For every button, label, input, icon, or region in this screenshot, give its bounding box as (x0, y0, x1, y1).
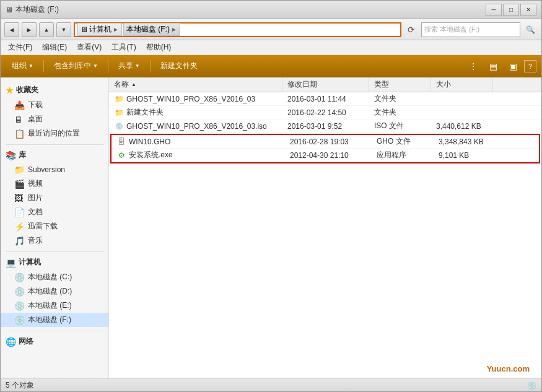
sidebar-item-downloads[interactable]: 📥 下载 (1, 98, 108, 112)
status-count: 5 个对象 (6, 380, 34, 391)
gho-icon: 🗄 (116, 137, 126, 147)
search-icon-button[interactable]: 🔍 (523, 22, 538, 37)
file-cell-date-4: 2012-04-30 21:10 (285, 149, 372, 162)
new-folder-button[interactable]: 新建文件夹 (154, 58, 204, 75)
change-view-button[interactable]: ▤ (484, 58, 502, 75)
minimize-button[interactable]: ─ (486, 4, 502, 16)
close-button[interactable]: ✕ (520, 4, 536, 16)
star-icon: ★ (6, 85, 14, 95)
col-header-date[interactable]: 修改日期 (282, 77, 369, 92)
file-row-2[interactable]: 💿 GHOST_WIN10_PRO_X86_V2016_03.iso 2016-… (109, 120, 541, 133)
sidebar-divider-3 (6, 331, 103, 331)
computer-header-icon: 💻 (6, 258, 16, 268)
file-cell-type-3: GHO 文件 (372, 135, 434, 148)
sidebar-drive-f[interactable]: 💿 本地磁盘 (F:) (1, 313, 108, 327)
menu-help[interactable]: 帮助(H) (141, 41, 177, 54)
sidebar-divider-1 (6, 144, 103, 145)
sidebar-item-video[interactable]: 🎬 视频 (1, 176, 108, 191)
file-row-3[interactable]: 🗄 WIN10.GHO 2016-02-28 19:03 GHO 文件 3,34… (111, 135, 539, 149)
sidebar-drive-c[interactable]: 💿 本地磁盘 (C:) (1, 270, 108, 284)
file-cell-size-3: 3,348,843 KB (434, 135, 496, 148)
main-layout: ★ 收藏夹 📥 下载 🖥 桌面 📋 最近访问的位置 📚 库 (1, 77, 541, 378)
col-header-name[interactable]: 名称 ▲ (109, 77, 282, 92)
up-button[interactable]: ▲ (39, 22, 54, 37)
organize-arrow: ▼ (28, 63, 33, 69)
sidebar-libraries-header[interactable]: 📚 库 (1, 147, 108, 163)
maximize-button[interactable]: □ (503, 4, 519, 16)
sidebar-item-subversion[interactable]: 📁 Subversion (1, 163, 108, 176)
forward-button[interactable]: ► (22, 22, 37, 37)
toolbar: 组织 ▼ 包含到库中 ▼ 共享 ▼ 新建文件夹 ⋮ ▤ ▣ ? (1, 55, 541, 77)
organize-button[interactable]: 组织 ▼ (6, 58, 40, 75)
file-cell-name-4: ⚙ 安装系统.exe (111, 149, 285, 162)
file-cell-name-3: 🗄 WIN10.GHO (111, 135, 285, 148)
file-cell-type-0: 文件夹 (369, 92, 431, 105)
menu-view[interactable]: 查看(V) (72, 41, 107, 54)
col-header-type[interactable]: 类型 (369, 77, 431, 92)
sidebar-item-recent[interactable]: 📋 最近访问的位置 (1, 126, 108, 141)
file-cell-size-4: 9,101 KB (434, 149, 496, 162)
iso-icon: 💿 (114, 121, 124, 131)
path-segment-computer[interactable]: 🖥 计算机 ► (77, 23, 122, 36)
address-bar: ◄ ► ▲ ▼ 🖥 计算机 ► 本地磁盘 (F:) ► ⟳ 搜索 本地磁盘 (F… (1, 19, 541, 40)
search-box[interactable]: 搜索 本地磁盘 (F:) (421, 22, 520, 37)
file-row-4[interactable]: ⚙ 安装系统.exe 2012-04-30 21:10 应用程序 9,101 K… (111, 149, 539, 162)
menu-bar: 文件(F) 编辑(E) 查看(V) 工具(T) 帮助(H) (1, 40, 541, 55)
back-button[interactable]: ◄ (4, 22, 19, 37)
status-bar: 5 个对象 💿 (1, 378, 541, 392)
toolbar-right: ⋮ ▤ ▣ ? (465, 58, 536, 75)
drive-c-icon: 💿 (14, 272, 24, 282)
sidebar-item-desktop[interactable]: 🖥 桌面 (1, 112, 108, 126)
share-button[interactable]: 共享 ▼ (112, 58, 146, 75)
file-cell-size-2: 3,440,612 KB (431, 120, 493, 133)
sidebar-item-thunder[interactable]: ⚡ 迅雷下载 (1, 219, 108, 233)
menu-edit[interactable]: 编辑(E) (37, 41, 72, 54)
sidebar-network-header[interactable]: 🌐 网络 (1, 334, 108, 349)
help-button[interactable]: ? (524, 60, 536, 72)
refresh-button[interactable]: ⟳ (404, 22, 419, 37)
documents-icon: 📄 (14, 207, 24, 217)
sidebar-favorites-header[interactable]: ★ 收藏夹 (1, 82, 108, 98)
recent-icon: 📋 (14, 129, 24, 139)
title-bar-left: 🖥 本地磁盘 (F:) (6, 4, 59, 15)
file-cell-type-1: 文件夹 (369, 106, 431, 119)
sidebar-computer-header[interactable]: 💻 计算机 (1, 255, 108, 270)
sidebar-drive-d[interactable]: 💿 本地磁盘 (D:) (1, 284, 108, 298)
toolbar-separator-3 (150, 60, 151, 72)
sort-arrow: ▲ (131, 82, 136, 87)
sidebar-item-documents[interactable]: 📄 文档 (1, 205, 108, 219)
menu-file[interactable]: 文件(F) (3, 41, 37, 54)
file-cell-type-2: ISO 文件 (369, 120, 431, 133)
sidebar-divider-2 (6, 251, 103, 252)
title-bar-icon: 🖥 (6, 6, 13, 14)
exe-icon: ⚙ (116, 150, 126, 160)
computer-icon: 🖥 (81, 25, 88, 34)
file-row-1[interactable]: 📁 新建文件夹 2016-02-22 14:50 文件夹 (109, 106, 541, 120)
watermark: Yuucn.com (487, 364, 530, 373)
menu-tools[interactable]: 工具(T) (107, 41, 141, 54)
file-row-0[interactable]: 📁 GHOST_WIN10_PRO_X86_V2016_03 2016-03-0… (109, 92, 541, 106)
include-library-button[interactable]: 包含到库中 ▼ (48, 58, 104, 75)
sidebar-network: 🌐 网络 (1, 334, 108, 349)
toolbar-menu-button[interactable]: ⋮ (465, 58, 482, 75)
file-cell-date-2: 2016-03-01 9:52 (282, 120, 369, 133)
path-segment-drive[interactable]: 本地磁盘 (F:) ► (123, 23, 180, 36)
title-bar-title: 本地磁盘 (F:) (15, 4, 59, 15)
folder-icon-1: 📁 (114, 108, 124, 118)
col-header-size[interactable]: 大小 (431, 77, 493, 92)
toolbar-separator-1 (43, 60, 44, 72)
path-chevron: ► (113, 26, 119, 33)
folder-icon-0: 📁 (114, 94, 124, 104)
include-arrow: ▼ (93, 63, 98, 69)
network-icon: 🌐 (6, 337, 16, 347)
sidebar-item-pictures[interactable]: 🖼 图片 (1, 191, 108, 205)
dropdown-button[interactable]: ▼ (56, 22, 71, 37)
file-cell-size-1 (431, 106, 493, 119)
sidebar-libraries: 📚 库 📁 Subversion 🎬 视频 🖼 图片 📄 文档 ⚡ 迅雷下 (1, 147, 108, 248)
preview-button[interactable]: ▣ (504, 58, 522, 75)
sidebar-drive-e[interactable]: 💿 本地磁盘 (E:) (1, 298, 108, 313)
sidebar-item-music[interactable]: 🎵 音乐 (1, 233, 108, 248)
highlighted-group: 🗄 WIN10.GHO 2016-02-28 19:03 GHO 文件 3,34… (110, 134, 540, 163)
file-cell-date-1: 2016-02-22 14:50 (282, 106, 369, 119)
status-drive-icon: 💿 (527, 381, 536, 390)
